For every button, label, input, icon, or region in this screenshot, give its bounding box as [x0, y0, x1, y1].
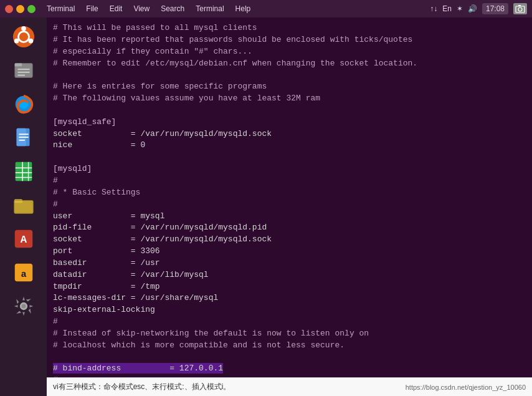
language-indicator: En	[442, 4, 452, 13]
svg-rect-9	[14, 64, 21, 67]
term-section-2: [mysqld]	[53, 163, 526, 175]
term-hash-3: #	[53, 316, 526, 328]
svg-text:A: A	[20, 234, 27, 246]
sidebar-item-spreadsheet[interactable]	[6, 155, 42, 188]
menu-bar: Terminal File Edit View Search Terminal …	[44, 3, 253, 14]
term-kv-pidfile: pid-file = /var/run/mysqld/mysqld.pid	[53, 222, 526, 234]
term-blank-2	[53, 105, 526, 117]
sidebar-item-amazon[interactable]: a	[6, 256, 42, 289]
term-kv-tmpdir: tmpdir = /tmp	[53, 281, 526, 293]
term-line-5: # Here is entries for some specific prog…	[53, 81, 526, 93]
sidebar-item-settings[interactable]	[6, 290, 42, 322]
minimize-button[interactable]	[16, 5, 24, 13]
settings-icon	[12, 294, 36, 318]
amazon-icon: a	[12, 261, 36, 284]
svg-rect-2	[518, 5, 521, 6]
svg-rect-20	[15, 162, 32, 181]
bottom-note: vi有三种模式：命令模式esc、末行模式:、插入模式i。	[53, 382, 230, 392]
term-blank-3	[53, 152, 526, 163]
window-controls	[5, 5, 36, 13]
menu-edit[interactable]: Edit	[107, 3, 125, 14]
svg-point-5	[21, 26, 26, 31]
term-kv-user: user = mysql	[53, 211, 526, 223]
term-skip-external: skip-external-locking	[53, 304, 526, 316]
terminal-area[interactable]: # This will be passed to all mysql clien…	[47, 17, 532, 396]
svg-point-7	[14, 39, 19, 44]
volume-icon: 🔊	[468, 4, 477, 13]
software-icon: A	[12, 227, 36, 251]
document-icon	[12, 126, 36, 150]
term-blank-1	[53, 69, 526, 81]
bottom-link[interactable]: https://blog.csdn.net/qjestion_yz_10060	[406, 384, 526, 391]
maximize-button[interactable]	[27, 5, 36, 13]
term-basic-settings: # * Basic Settings	[53, 187, 526, 199]
term-hash-2: #	[53, 199, 526, 211]
system-time: 17:08	[482, 3, 508, 14]
sidebar-item-ubuntu[interactable]	[6, 21, 42, 53]
firefox-icon	[12, 92, 36, 116]
bluetooth-icon: ✶	[457, 4, 463, 13]
keyboard-icon: ↑↓	[430, 4, 437, 13]
term-kv-nice: nice = 0	[53, 140, 526, 152]
camera-icon	[515, 4, 525, 13]
term-line-1: # This will be passed to all mysql clien…	[53, 22, 526, 34]
main-layout: A a #	[0, 17, 532, 396]
term-hash-1: #	[53, 175, 526, 187]
ubuntu-icon	[12, 25, 36, 49]
bottom-bar: vi有三种模式：命令模式esc、末行模式:、插入模式i。 https://blo…	[47, 377, 532, 396]
sidebar-item-firefox[interactable]	[6, 88, 42, 120]
sidebar: A a	[0, 17, 47, 396]
menu-terminal[interactable]: Terminal	[44, 3, 77, 14]
term-networking-2: # localhost which is more compatible and…	[53, 340, 526, 352]
spreadsheet-icon	[12, 160, 36, 183]
term-networking-1: # Instead of skip-networking the default…	[53, 328, 526, 340]
folder-icon	[12, 193, 36, 217]
menu-search[interactable]: Search	[158, 3, 187, 14]
term-line-3: # especially if they contain "#" chars..…	[53, 46, 526, 58]
system-bar: Terminal File Edit View Search Terminal …	[0, 0, 532, 17]
menu-file[interactable]: File	[83, 3, 100, 14]
term-section-1: [mysqld_safe]	[53, 117, 526, 128]
term-kv-lcmsg: lc-messages-dir = /usr/share/mysql	[53, 292, 526, 304]
term-line-2: # It has been reported that passwords sh…	[53, 34, 526, 46]
term-bind-address: # bind-address = 127.0.0.1	[53, 352, 526, 375]
menu-terminal2[interactable]: Terminal	[193, 3, 226, 14]
sidebar-item-folder[interactable]	[6, 189, 42, 221]
svg-point-1	[518, 7, 522, 11]
sidebar-item-document[interactable]	[6, 122, 42, 154]
term-line-6: # The following values assume you have a…	[53, 93, 526, 105]
svg-text:a: a	[21, 269, 26, 280]
system-bar-right: ↑↓ En ✶ 🔊 17:08	[430, 3, 527, 14]
menu-view[interactable]: View	[131, 3, 152, 14]
svg-point-6	[28, 39, 33, 44]
sidebar-item-software[interactable]: A	[6, 223, 42, 255]
sidebar-item-files[interactable]	[6, 54, 42, 87]
svg-rect-27	[14, 200, 22, 203]
term-line-4: # Remember to edit /etc/mysql/debian.cnf…	[53, 58, 526, 70]
system-bar-left: Terminal File Edit View Search Terminal …	[5, 3, 253, 14]
term-kv-socket: socket = /var/run/mysqld/mysqld.sock	[53, 234, 526, 246]
term-kv-datadir: datadir = /var/lib/mysql	[53, 269, 526, 281]
menu-help[interactable]: Help	[233, 3, 254, 14]
files-icon	[12, 59, 36, 82]
term-kv-basedir: basedir = /usr	[53, 258, 526, 269]
term-kv-socket-safe: socket = /var/run/mysqld/mysqld.sock	[53, 128, 526, 140]
screenshot-icon[interactable]	[513, 3, 527, 14]
close-button[interactable]	[5, 5, 13, 13]
term-kv-port: port = 3306	[53, 246, 526, 258]
